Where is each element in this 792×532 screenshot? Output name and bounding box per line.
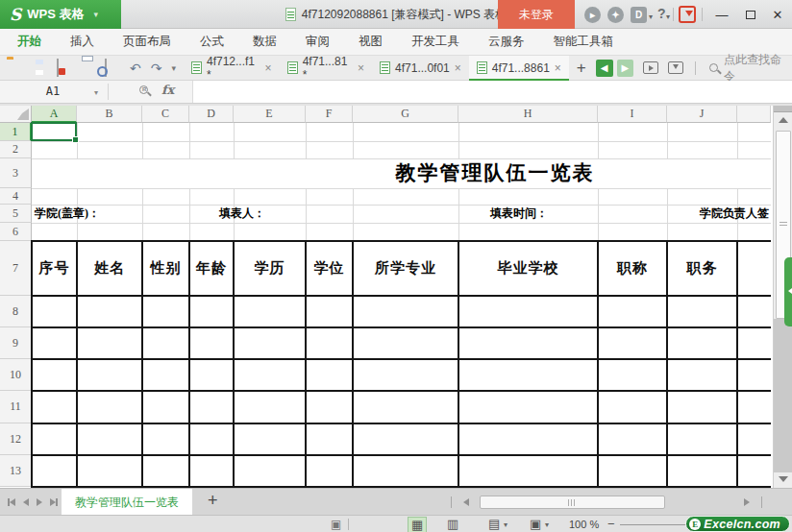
close-tab-icon[interactable]: × bbox=[265, 61, 272, 75]
minimize-button[interactable]: — bbox=[707, 0, 736, 29]
table-header-5[interactable]: 学历 bbox=[234, 241, 306, 296]
search-function-icon[interactable]: R bbox=[139, 85, 148, 94]
save-workspace-icon[interactable] bbox=[668, 61, 683, 74]
feedback-icon[interactable]: ▸ bbox=[584, 7, 601, 23]
chevron-down-icon[interactable]: ▾ bbox=[504, 520, 507, 529]
table-header-10[interactable]: 职务 bbox=[667, 241, 737, 296]
select-all-corner[interactable] bbox=[0, 106, 32, 123]
scroll-left-arrow[interactable] bbox=[463, 498, 469, 506]
column-header-partial[interactable] bbox=[737, 106, 771, 123]
table-header-8[interactable]: 毕业学校 bbox=[458, 241, 598, 296]
close-tab-icon[interactable]: × bbox=[455, 61, 461, 75]
column-header-J[interactable]: J bbox=[667, 106, 737, 123]
close-tab-icon[interactable]: × bbox=[358, 61, 364, 75]
print-icon[interactable] bbox=[79, 60, 96, 77]
row-header-13[interactable]: 13 bbox=[0, 455, 32, 487]
row-header-5[interactable]: 5 bbox=[0, 205, 32, 223]
row-header-4[interactable]: 4 bbox=[0, 188, 32, 205]
ribbon-tab-6[interactable]: 审阅 bbox=[306, 34, 330, 50]
find-command-box[interactable]: 点此查找命令 bbox=[709, 52, 792, 85]
chevron-down-icon[interactable]: ▾ bbox=[649, 12, 653, 21]
page-layout-view-icon[interactable]: ▤ bbox=[485, 517, 503, 531]
formula-input[interactable] bbox=[192, 81, 792, 103]
file-tab-3[interactable]: 4f71...0f01× bbox=[372, 56, 469, 81]
macro-record-icon[interactable]: ▣ bbox=[331, 518, 341, 531]
save-icon[interactable] bbox=[31, 60, 48, 77]
split-handle[interactable] bbox=[774, 106, 792, 112]
table-header-7[interactable]: 所学专业 bbox=[353, 241, 458, 296]
ribbon-tab-10[interactable]: 智能工具箱 bbox=[554, 34, 614, 50]
zoom-slider[interactable] bbox=[620, 524, 692, 525]
column-header-D[interactable]: D bbox=[189, 106, 234, 123]
column-header-A[interactable]: A bbox=[32, 106, 77, 123]
row-header-11[interactable]: 11 bbox=[0, 391, 32, 423]
ribbon-tab-9[interactable]: 云服务 bbox=[488, 34, 525, 50]
scroll-right-arrow[interactable] bbox=[744, 498, 750, 506]
last-sheet-button[interactable] bbox=[50, 498, 58, 506]
scroll-up-arrow[interactable] bbox=[779, 117, 788, 123]
column-header-H[interactable]: H bbox=[458, 106, 598, 123]
download-update-icon[interactable] bbox=[679, 6, 696, 23]
ribbon-tab-7[interactable]: 视图 bbox=[359, 34, 383, 50]
ribbon-tab-3[interactable]: 页面布局 bbox=[123, 34, 171, 50]
page-break-view-icon[interactable]: ▥ bbox=[444, 517, 461, 531]
ribbon-tab-1[interactable]: 开始 bbox=[17, 34, 41, 50]
reader-view-icon[interactable]: ▣ bbox=[527, 517, 544, 531]
row-header-9[interactable]: 9 bbox=[0, 327, 32, 359]
file-tab-2[interactable]: 4f71...81 *× bbox=[280, 56, 372, 81]
side-panel-toggle[interactable] bbox=[784, 257, 792, 326]
scroll-down-arrow[interactable] bbox=[779, 476, 788, 482]
new-document-tab-button[interactable]: + bbox=[577, 59, 586, 78]
previous-sheet-button[interactable] bbox=[23, 498, 29, 506]
column-header-E[interactable]: E bbox=[234, 106, 306, 123]
table-header-9[interactable]: 职称 bbox=[598, 241, 667, 296]
horizontal-scroll-thumb[interactable] bbox=[480, 496, 665, 509]
column-header-C[interactable]: C bbox=[142, 106, 189, 123]
skin-settings-icon[interactable]: ✦ bbox=[607, 7, 624, 23]
name-box[interactable]: A1 bbox=[0, 81, 106, 103]
redo-icon[interactable]: ↷ bbox=[151, 60, 162, 76]
add-sheet-button[interactable]: + bbox=[208, 491, 218, 511]
ribbon-tab-5[interactable]: 数据 bbox=[253, 34, 277, 50]
row-header-10[interactable]: 10 bbox=[0, 359, 32, 391]
selected-cell-a1[interactable] bbox=[31, 122, 77, 141]
export-pdf-icon[interactable] bbox=[55, 60, 72, 77]
normal-view-icon[interactable]: ▦ bbox=[408, 517, 427, 532]
print-preview-icon[interactable] bbox=[103, 60, 120, 77]
docer-icon[interactable]: D bbox=[631, 7, 647, 23]
column-header-F[interactable]: F bbox=[306, 106, 353, 123]
file-tab-1[interactable]: 4f712...f1 *× bbox=[184, 56, 280, 81]
column-header-B[interactable]: B bbox=[77, 106, 142, 123]
close-tab-icon[interactable]: × bbox=[555, 61, 561, 75]
row-header-3[interactable]: 3 bbox=[0, 158, 32, 188]
table-header-6[interactable]: 学位 bbox=[306, 241, 353, 296]
row-header-7[interactable]: 7 bbox=[0, 241, 32, 296]
table-header-3[interactable]: 性别 bbox=[142, 241, 189, 296]
column-header-I[interactable]: I bbox=[598, 106, 667, 123]
tab-forward-button[interactable]: ▶ bbox=[617, 60, 634, 77]
ribbon-tab-4[interactable]: 公式 bbox=[200, 34, 224, 50]
insert-function-icon[interactable]: fx bbox=[161, 83, 174, 97]
maximize-button[interactable] bbox=[736, 0, 765, 29]
sheet-grid[interactable]: ABCDEFGHIJ12345678910111213序号姓名性别年龄学历学位所… bbox=[0, 106, 773, 488]
undo-icon[interactable]: ↶ bbox=[130, 60, 141, 76]
customize-toolbar-caret-icon[interactable]: ▾ bbox=[171, 63, 176, 73]
table-header-4[interactable]: 年龄 bbox=[189, 241, 234, 296]
tab-back-button[interactable]: ◀ bbox=[596, 60, 613, 77]
column-header-G[interactable]: G bbox=[353, 106, 458, 123]
row-header-6[interactable]: 6 bbox=[0, 223, 32, 241]
sheet-tab-active[interactable]: 教学管理队伍一览表 bbox=[62, 489, 192, 516]
chevron-down-icon[interactable]: ▾ bbox=[94, 88, 98, 97]
first-sheet-button[interactable] bbox=[8, 498, 15, 506]
session-share-icon[interactable] bbox=[643, 61, 658, 74]
close-button[interactable]: ✕ bbox=[763, 0, 792, 29]
file-tab-4[interactable]: 4f71...8861× bbox=[469, 56, 569, 81]
row-header-2[interactable]: 2 bbox=[0, 141, 32, 158]
table-header-1[interactable]: 序号 bbox=[32, 241, 77, 296]
row-header-1[interactable]: 1 bbox=[0, 123, 32, 141]
open-file-icon[interactable] bbox=[7, 60, 24, 77]
login-button[interactable]: 未登录 bbox=[498, 0, 575, 29]
ribbon-tab-8[interactable]: 开发工具 bbox=[411, 34, 459, 50]
next-sheet-button[interactable] bbox=[37, 498, 42, 506]
scroll-track[interactable] bbox=[774, 319, 792, 472]
